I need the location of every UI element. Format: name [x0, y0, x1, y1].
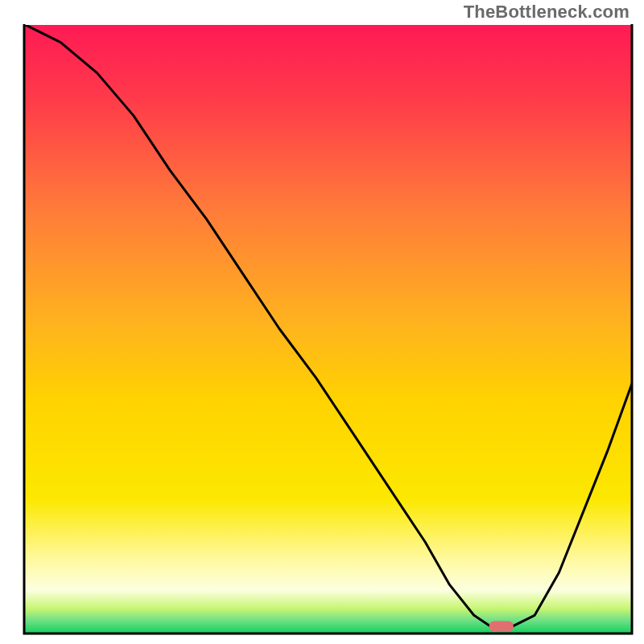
chart-background-gradient: [25, 25, 631, 633]
bottleneck-chart: [0, 0, 644, 644]
optimal-range-marker: [489, 621, 514, 631]
chart-container: TheBottleneck.com: [0, 0, 644, 644]
